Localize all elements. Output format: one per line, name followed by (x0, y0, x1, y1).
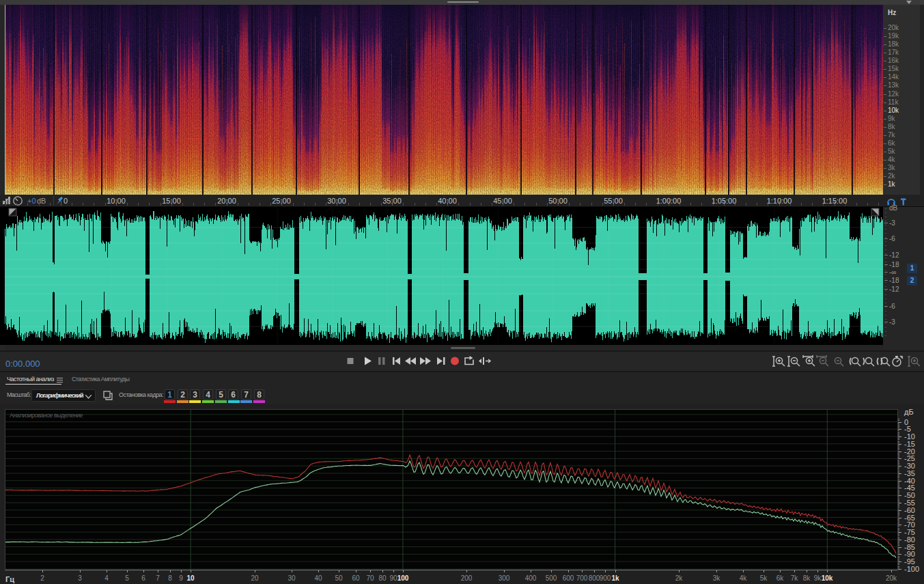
svg-text:+0: +0 (27, 197, 36, 205)
